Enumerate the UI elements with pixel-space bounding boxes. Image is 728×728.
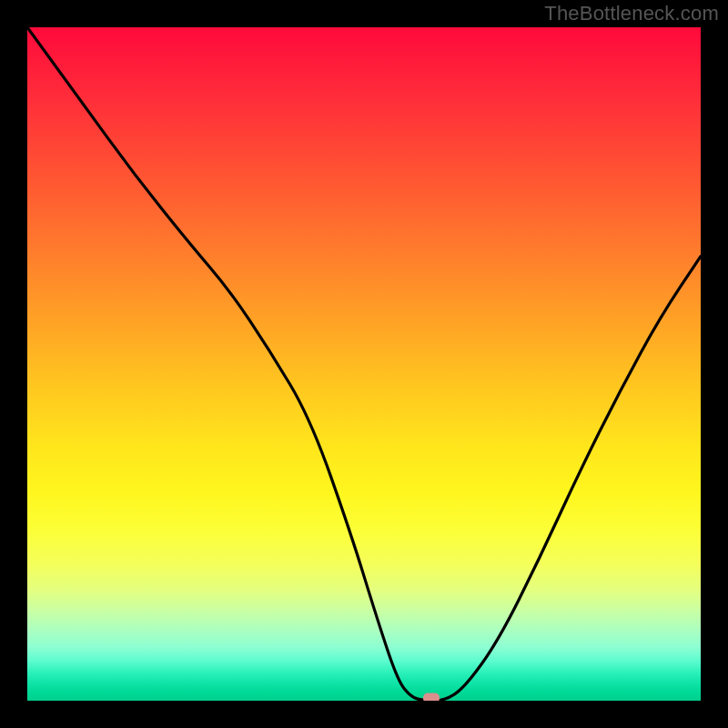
watermark-text: TheBottleneck.com xyxy=(544,2,719,25)
chart-frame: TheBottleneck.com xyxy=(0,0,728,728)
plot-area xyxy=(27,27,701,701)
optimal-point-marker xyxy=(423,693,440,702)
bottleneck-curve xyxy=(27,27,701,701)
